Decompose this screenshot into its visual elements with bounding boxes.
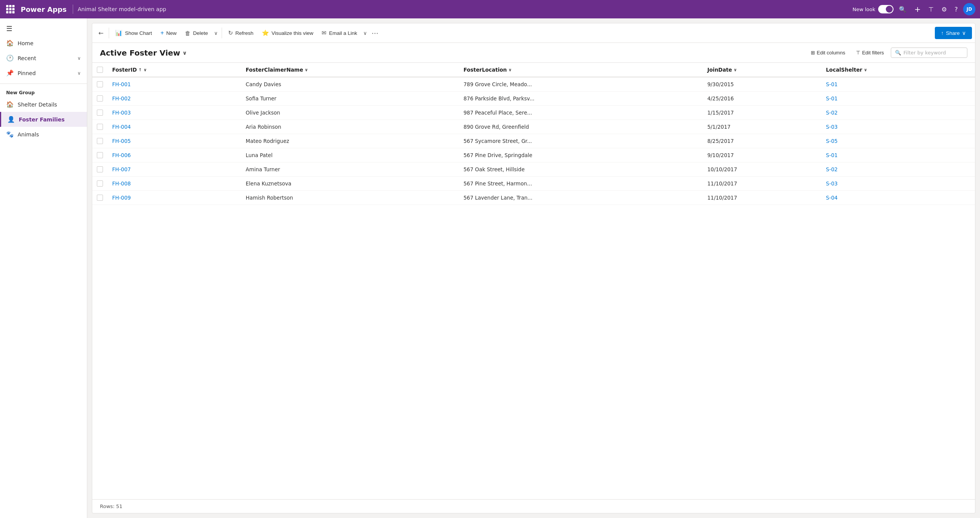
foster-id-link-1[interactable]: FH-002 [112, 95, 131, 102]
top-nav: Power Apps Animal Shelter model-driven a… [0, 0, 980, 18]
row-joindate-0: 9/30/2015 [703, 77, 822, 92]
delete-more-button[interactable]: ∨ [212, 28, 219, 38]
cmd-right: ↑ Share ∨ [935, 27, 972, 39]
row-claimer-2: Olive Jackson [241, 106, 459, 120]
shelter-link-2[interactable]: S-02 [826, 110, 838, 116]
row-joindate-7: 11/10/2017 [703, 177, 822, 191]
col-localshelter[interactable]: LocalShelter ∨ [822, 63, 975, 77]
search-icon[interactable]: 🔍 [897, 3, 909, 15]
row-checkbox-2[interactable] [97, 110, 103, 116]
edit-columns-button[interactable]: ⊞ Edit columns [807, 48, 849, 58]
col-fosterclaimer[interactable]: FosterClaimerName ∨ [241, 63, 459, 77]
sidebar-item-animals[interactable]: 🐾 Animals [0, 127, 87, 142]
foster-id-link-8[interactable]: FH-009 [112, 195, 131, 201]
add-icon[interactable]: + [912, 2, 923, 16]
foster-id-link-7[interactable]: FH-008 [112, 180, 131, 187]
visualize-button[interactable]: ⭐ Visualize this view [258, 27, 317, 39]
row-checkbox-cell [92, 120, 108, 134]
foster-icon: 👤 [7, 116, 15, 123]
view-title[interactable]: Active Foster View ∨ [100, 48, 187, 57]
col-localshelter-label: LocalShelter [826, 67, 862, 73]
row-checkbox-7[interactable] [97, 180, 103, 187]
nav-divider [73, 5, 73, 14]
new-button[interactable]: + New [157, 27, 180, 39]
row-checkbox-cell [92, 162, 108, 177]
row-location-5: 567 Pine Drive, Springdale [459, 148, 703, 162]
row-fosterid-6: FH-007 [108, 162, 241, 177]
row-checkbox-8[interactable] [97, 195, 103, 201]
foster-id-link-4[interactable]: FH-005 [112, 138, 131, 144]
foster-id-link-3[interactable]: FH-004 [112, 124, 131, 130]
waffle-menu[interactable] [5, 3, 16, 15]
share-button[interactable]: ↑ Share ∨ [935, 27, 972, 39]
table-row: FH-008 Elena Kuznetsova 567 Pine Street,… [92, 177, 975, 191]
table-row: FH-006 Luna Patel 567 Pine Drive, Spring… [92, 148, 975, 162]
col-fosterlocation[interactable]: FosterLocation ∨ [459, 63, 703, 77]
shelter-link-3[interactable]: S-03 [826, 124, 838, 130]
foster-id-link-5[interactable]: FH-006 [112, 152, 131, 158]
view-title-chevron-icon: ∨ [183, 50, 187, 56]
col-fosterclaimer-label: FosterClaimerName [246, 67, 303, 73]
refresh-label: Refresh [235, 30, 253, 36]
row-joindate-6: 10/10/2017 [703, 162, 822, 177]
row-checkbox-0[interactable] [97, 81, 103, 87]
new-label: New [166, 30, 176, 36]
shelter-link-4[interactable]: S-05 [826, 138, 838, 144]
col-joindate[interactable]: JoinDate ∨ [703, 63, 822, 77]
top-nav-right: New look 🔍 + ⊤ ⚙ ? JD [853, 2, 975, 16]
help-icon[interactable]: ? [952, 3, 960, 15]
sidebar-item-foster-families[interactable]: 👤 Foster Families [0, 112, 87, 127]
foster-id-link-2[interactable]: FH-003 [112, 110, 131, 116]
email-more-button[interactable]: ∨ [362, 28, 369, 38]
table-row: FH-007 Amina Turner 567 Oak Street, Hill… [92, 162, 975, 177]
row-location-4: 567 Sycamore Street, Gr... [459, 134, 703, 148]
more-menu-button[interactable]: ⋯ [369, 27, 381, 39]
content-area: ← 📊 Show Chart + New 🗑 Delete ∨ ↻ Refres… [87, 18, 980, 518]
row-count: Rows: 51 [100, 503, 122, 509]
row-checkbox-6[interactable] [97, 166, 103, 172]
shelter-link-5[interactable]: S-01 [826, 152, 838, 158]
row-checkbox-4[interactable] [97, 138, 103, 144]
filter-icon[interactable]: ⊤ [926, 3, 936, 15]
shelter-link-6[interactable]: S-02 [826, 166, 838, 172]
avatar[interactable]: JD [963, 3, 975, 15]
email-label: Email a Link [329, 30, 357, 36]
sidebar-item-pinned[interactable]: 📌 Pinned ∨ [0, 66, 87, 80]
share-label: Share [946, 30, 960, 36]
sidebar-item-shelter-details[interactable]: 🏠 Shelter Details [0, 97, 87, 112]
shelter-link-1[interactable]: S-01 [826, 95, 838, 102]
settings-icon[interactable]: ⚙ [939, 3, 949, 15]
row-location-6: 567 Oak Street, Hillside [459, 162, 703, 177]
sidebar-hamburger[interactable]: ☰ [0, 21, 87, 36]
show-chart-button[interactable]: 📊 Show Chart [111, 27, 156, 39]
email-button[interactable]: ✉ Email a Link [318, 27, 361, 39]
row-joindate-5: 9/10/2017 [703, 148, 822, 162]
new-look-toggle[interactable] [878, 5, 893, 13]
back-button[interactable]: ← [95, 27, 106, 39]
row-checkbox-cell [92, 134, 108, 148]
shelter-link-7[interactable]: S-03 [826, 180, 838, 187]
delete-button[interactable]: 🗑 Delete [181, 28, 212, 39]
shelter-link-8[interactable]: S-04 [826, 195, 838, 201]
col-fosterid[interactable]: FosterID ↑ ∨ [108, 63, 241, 77]
select-all-checkbox[interactable] [97, 67, 103, 73]
new-icon: + [160, 30, 164, 36]
edit-filters-button[interactable]: ⊤ Edit filters [852, 48, 888, 58]
refresh-button[interactable]: ↻ Refresh [224, 27, 257, 39]
row-fosterid-5: FH-006 [108, 148, 241, 162]
row-shelter-8: S-04 [822, 191, 975, 205]
filter-search[interactable]: 🔍 Filter by keyword [891, 48, 967, 58]
foster-id-link-6[interactable]: FH-007 [112, 166, 131, 172]
row-claimer-6: Amina Turner [241, 162, 459, 177]
row-checkbox-cell [92, 77, 108, 92]
row-checkbox-5[interactable] [97, 152, 103, 158]
foster-id-link-0[interactable]: FH-001 [112, 81, 131, 87]
row-checkbox-3[interactable] [97, 124, 103, 130]
sidebar-item-home[interactable]: 🏠 Home [0, 36, 87, 51]
row-checkbox-1[interactable] [97, 95, 103, 102]
shelter-link-0[interactable]: S-01 [826, 81, 838, 87]
col-fosterlocation-sort-icon: ∨ [508, 67, 512, 72]
sidebar-item-recent[interactable]: 🕐 Recent ∨ [0, 51, 87, 66]
data-table-wrap: FosterID ↑ ∨ FosterClaimerName ∨ [92, 63, 975, 499]
chart-icon: 📊 [115, 30, 122, 36]
